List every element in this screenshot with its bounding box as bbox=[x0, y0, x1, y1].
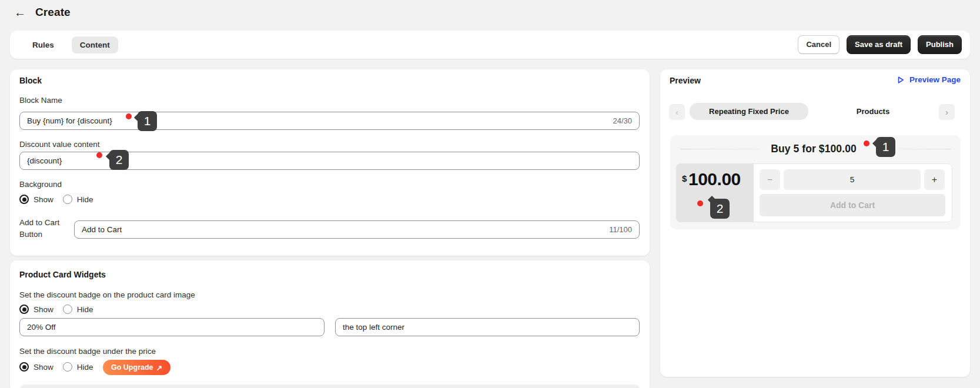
annotation-dot-1-preview bbox=[864, 141, 869, 146]
quantity-value[interactable]: 5 bbox=[784, 169, 921, 190]
price-amount: 100.00 bbox=[688, 169, 741, 189]
badge-under-price-label: Set the discount badge under the price bbox=[19, 347, 156, 356]
play-icon bbox=[897, 76, 905, 84]
background-hide-option[interactable]: Hide bbox=[63, 195, 93, 204]
background-hide-label: Hide bbox=[77, 195, 93, 204]
background-radio-group: Show Hide bbox=[19, 195, 93, 204]
carousel-tab-products[interactable]: Products bbox=[823, 107, 923, 116]
block-name-label: Block Name bbox=[19, 96, 62, 105]
badge-on-image-hide-option[interactable]: Hide bbox=[63, 305, 93, 314]
annotation-marker-1-preview: 1 bbox=[876, 137, 895, 157]
carousel-next-button[interactable]: › bbox=[939, 104, 955, 120]
background-show-label: Show bbox=[34, 195, 53, 204]
plus-icon: + bbox=[932, 175, 937, 185]
badge-text-input-wrap bbox=[19, 318, 325, 336]
quantity-plus-button[interactable]: + bbox=[924, 169, 945, 190]
add-to-cart-button-label: Add to Cart Button bbox=[19, 217, 71, 241]
badge-on-image-show-label: Show bbox=[34, 305, 53, 314]
back-arrow-icon[interactable]: ← bbox=[14, 6, 26, 18]
preview-page-link[interactable]: Preview Page bbox=[897, 75, 961, 84]
cancel-button[interactable]: Cancel bbox=[798, 35, 839, 54]
annotation-dot-2 bbox=[96, 152, 102, 158]
badge-under-price-hide-option[interactable]: Hide bbox=[63, 362, 93, 372]
go-upgrade-label: Go Upgrade bbox=[111, 363, 153, 372]
badge-position-input[interactable] bbox=[343, 323, 632, 332]
annotation-dot-1 bbox=[126, 113, 132, 119]
background-label: Background bbox=[19, 180, 62, 189]
chevron-right-icon: › bbox=[945, 107, 948, 117]
badge-on-image-radio-group: Show Hide bbox=[19, 305, 93, 314]
page-title: Create bbox=[35, 6, 71, 19]
add-to-cart-input-wrap: 11/100 bbox=[74, 220, 640, 239]
currency-symbol: $ bbox=[682, 173, 687, 183]
add-to-cart-input[interactable] bbox=[82, 225, 604, 234]
block-name-counter: 24/30 bbox=[613, 116, 632, 125]
toolbar: Rules Content Cancel Save as draft Publi… bbox=[10, 31, 970, 59]
block-name-input[interactable] bbox=[27, 116, 608, 125]
minus-icon: − bbox=[767, 175, 772, 185]
badge-under-price-hide-label: Hide bbox=[77, 363, 93, 372]
quantity-minus-button[interactable]: − bbox=[760, 169, 780, 190]
preview-add-to-cart-button[interactable]: Add to Cart bbox=[760, 194, 945, 216]
badge-on-image-label: Set the discount badge on the product ca… bbox=[19, 290, 195, 299]
add-to-cart-counter: 11/100 bbox=[609, 225, 632, 234]
radio-checked-icon[interactable] bbox=[19, 305, 29, 314]
preview-heading: Buy 5 for $100.00 bbox=[762, 143, 865, 155]
disabled-badge-field bbox=[19, 384, 640, 388]
save-as-draft-button[interactable]: Save as draft bbox=[847, 35, 911, 54]
block-name-input-wrap: 24/30 bbox=[19, 112, 640, 130]
tab-content[interactable]: Content bbox=[72, 36, 118, 53]
preview-title: Preview bbox=[670, 76, 701, 85]
page-header: ← Create bbox=[14, 6, 71, 19]
badge-under-price-show-label: Show bbox=[34, 363, 53, 372]
divider-line bbox=[898, 149, 951, 149]
radio-checked-icon[interactable] bbox=[19, 362, 29, 372]
external-arrow-icon: ↗ bbox=[156, 363, 162, 372]
chevron-left-icon: ‹ bbox=[675, 107, 678, 117]
carousel-prev-button[interactable]: ‹ bbox=[669, 104, 685, 120]
tab-rules[interactable]: Rules bbox=[24, 36, 62, 53]
radio-unchecked-icon[interactable] bbox=[63, 362, 72, 372]
carousel-tab-repeating-fixed-price[interactable]: Repeating Fixed Price bbox=[690, 103, 808, 120]
discount-value-label: Discount value content bbox=[19, 140, 100, 149]
annotation-marker-2-preview: 2 bbox=[710, 199, 730, 219]
background-show-option[interactable]: Show bbox=[19, 195, 53, 204]
badge-text-input[interactable] bbox=[27, 323, 317, 332]
annotation-dot-2-preview bbox=[697, 200, 703, 206]
divider-line bbox=[680, 149, 760, 149]
annotation-marker-2: 2 bbox=[109, 150, 129, 170]
badge-position-input-wrap bbox=[335, 318, 640, 336]
publish-button[interactable]: Publish bbox=[918, 35, 962, 54]
block-section-title: Block bbox=[19, 76, 42, 85]
radio-unchecked-icon[interactable] bbox=[63, 195, 72, 204]
widgets-section-title: Product Card Widgets bbox=[19, 270, 106, 279]
annotation-marker-1: 1 bbox=[138, 111, 157, 131]
radio-unchecked-icon[interactable] bbox=[63, 305, 72, 314]
preview-page-label: Preview Page bbox=[909, 75, 961, 84]
badge-on-image-hide-label: Hide bbox=[77, 305, 93, 314]
badge-under-price-radio-group: Show Hide bbox=[19, 362, 93, 372]
badge-under-price-show-option[interactable]: Show bbox=[19, 362, 53, 372]
go-upgrade-button[interactable]: Go Upgrade ↗ bbox=[103, 360, 170, 375]
radio-checked-icon[interactable] bbox=[19, 195, 29, 204]
badge-on-image-show-option[interactable]: Show bbox=[19, 305, 53, 314]
